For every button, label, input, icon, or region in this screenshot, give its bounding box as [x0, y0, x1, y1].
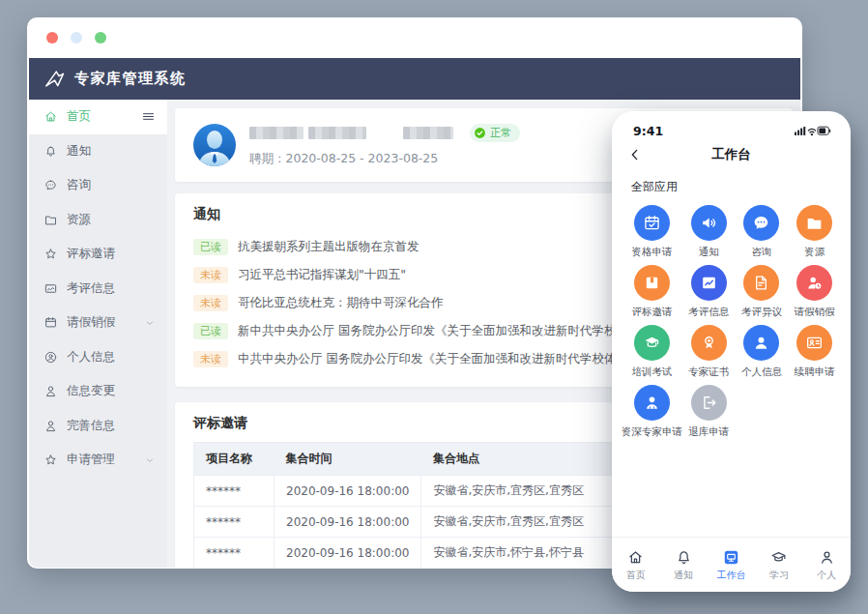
sidebar-item[interactable]: 考评信息 — [29, 272, 167, 307]
sidebar-item-label: 首页 — [67, 108, 91, 125]
sidebar-item-label: 咨询 — [67, 177, 91, 193]
tab-item[interactable]: 通知 — [659, 548, 707, 582]
app-shortcut[interactable]: 咨询 — [736, 205, 789, 265]
tab-work-icon — [722, 548, 740, 567]
folder-icon — [43, 213, 58, 227]
app-shortcut[interactable]: 请假销假 — [788, 265, 841, 325]
app-shortcut[interactable]: 个人信息 — [736, 325, 789, 385]
app-grid: 资格申请 通知 咨询 资源 评标 — [612, 195, 851, 445]
sidebar-item[interactable]: 个人信息 — [29, 340, 167, 375]
status-badge: 正常 — [470, 124, 520, 142]
app-shortcut[interactable]: 专家证书 — [682, 325, 736, 385]
tab-item[interactable]: 学习 — [755, 548, 802, 582]
sidebar-item[interactable]: 资源 — [29, 203, 167, 238]
sidebar-item-label: 资源 — [67, 212, 91, 228]
redacted-name-block — [249, 127, 304, 139]
app-person-icon — [743, 325, 779, 361]
app-shortcut[interactable]: 资源 — [788, 205, 841, 265]
phone-status-bar: 9:41 — [612, 111, 851, 138]
calendar-icon — [43, 315, 58, 330]
sidebar-item[interactable]: 请假销假 — [29, 306, 167, 340]
window-maximize-button[interactable] — [95, 32, 106, 44]
page-title: 工作台 — [711, 146, 751, 163]
app-shortcut[interactable]: 培训考试 — [622, 325, 682, 385]
tab-item-label: 工作台 — [717, 569, 746, 582]
sidebar-item[interactable]: 信息变更 — [29, 374, 167, 409]
tab-item-label: 个人 — [817, 569, 836, 582]
chevron-down-icon — [144, 454, 156, 466]
tab-item[interactable]: 工作台 — [708, 548, 755, 582]
desktop-background: 专家库管理系统 首页 通知 — [0, 0, 868, 614]
person-circle-icon — [43, 350, 58, 365]
app-medal-icon — [691, 325, 727, 361]
cell-project-name: ****** — [194, 507, 275, 538]
app-shortcut[interactable]: 资深专家申请 — [622, 385, 682, 445]
status-time: 9:41 — [633, 124, 663, 138]
app-shortcut-label: 通知 — [699, 246, 719, 259]
chevron-down-icon — [144, 317, 156, 329]
sidebar-item-label: 信息变更 — [67, 383, 115, 399]
sidebar-item[interactable]: 通知 — [29, 134, 167, 169]
tab-home-icon — [626, 548, 645, 567]
bell-icon — [43, 144, 58, 159]
read-status-badge: 未读 — [193, 351, 228, 367]
app-shortcut-label: 资源 — [804, 246, 825, 259]
app-person-clock-icon — [796, 265, 832, 301]
sidebar-item[interactable]: 申请管理 — [29, 443, 167, 478]
app-person2-icon — [634, 385, 670, 421]
app-shortcut[interactable]: 退库申请 — [682, 385, 736, 445]
app-shortcut[interactable]: 通知 — [682, 205, 736, 265]
app-shortcut-label: 个人信息 — [741, 365, 782, 379]
sidebar: 首页 通知 咨询 — [29, 100, 167, 568]
sidebar-item[interactable]: 咨询 — [29, 168, 167, 203]
tab-item[interactable]: 个人 — [803, 548, 851, 582]
check-circle-icon — [474, 127, 486, 139]
mobile-app-panel: 9:41 工作台 全部应用 资格申请 通知 咨询 — [612, 111, 851, 592]
signal-wifi-battery-icons — [795, 126, 831, 136]
sidebar-item-label: 请假销假 — [67, 314, 115, 331]
status-badge-label: 正常 — [490, 126, 511, 140]
tab-grad-icon — [769, 548, 788, 567]
sidebar-item[interactable]: 完善信息 — [29, 409, 167, 444]
read-status-badge: 未读 — [193, 267, 228, 283]
app-bookmark-icon — [634, 265, 670, 301]
sidebar-item[interactable]: 首页 — [29, 100, 167, 134]
app-shortcut-label: 资格申请 — [632, 246, 673, 259]
tab-bell-icon — [675, 548, 693, 567]
app-shortcut-label: 考评异议 — [741, 306, 782, 319]
window-minimize-button[interactable] — [71, 32, 82, 44]
redacted-name-block — [403, 127, 453, 139]
app-speaker-icon — [691, 205, 727, 241]
app-header: 专家库管理系统 — [29, 58, 800, 100]
app-shortcut[interactable]: 考评异议 — [736, 265, 789, 325]
cell-project-name: ****** — [194, 476, 275, 507]
app-shortcut-label: 咨询 — [751, 246, 771, 259]
chat-icon — [43, 178, 58, 192]
app-shortcut[interactable]: 评标邀请 — [622, 265, 682, 325]
phone-nav-bar: 工作台 — [612, 138, 851, 171]
tab-item[interactable]: 首页 — [612, 548, 659, 582]
window-close-button[interactable] — [46, 32, 58, 44]
app-shortcut-label: 专家证书 — [688, 365, 729, 379]
sidebar-item-label: 通知 — [67, 143, 91, 160]
app-shortcut[interactable]: 资格申请 — [622, 205, 682, 265]
person-icon — [43, 419, 58, 433]
app-shortcut[interactable]: 续聘申请 — [788, 325, 841, 385]
collapse-menu-icon[interactable] — [141, 109, 156, 124]
phone-tab-bar: 首页 通知 工作台 学习 个人 — [612, 537, 851, 592]
tenure-text: 聘期：2020-08-25 - 2023-08-25 — [249, 151, 520, 167]
app-shortcut-label: 考评信息 — [688, 306, 729, 319]
app-shortcut-label: 资深专家申请 — [622, 425, 682, 439]
sidebar-item[interactable]: 评标邀请 — [29, 237, 167, 272]
app-shortcut[interactable]: 考评信息 — [682, 265, 736, 325]
app-chart-icon — [691, 265, 727, 301]
cell-assembly-time: 2020-09-16 18:00:00 — [275, 476, 421, 507]
cell-project-name: ****** — [194, 538, 275, 569]
star-icon — [43, 247, 58, 261]
back-icon[interactable] — [627, 147, 643, 162]
card-icon — [43, 281, 58, 296]
cell-assembly-time: 2020-09-16 18:00:00 — [275, 507, 421, 538]
app-shortcut-label: 培训考试 — [632, 365, 673, 379]
browser-titlebar — [27, 17, 802, 58]
app-idcard-icon — [796, 325, 832, 361]
